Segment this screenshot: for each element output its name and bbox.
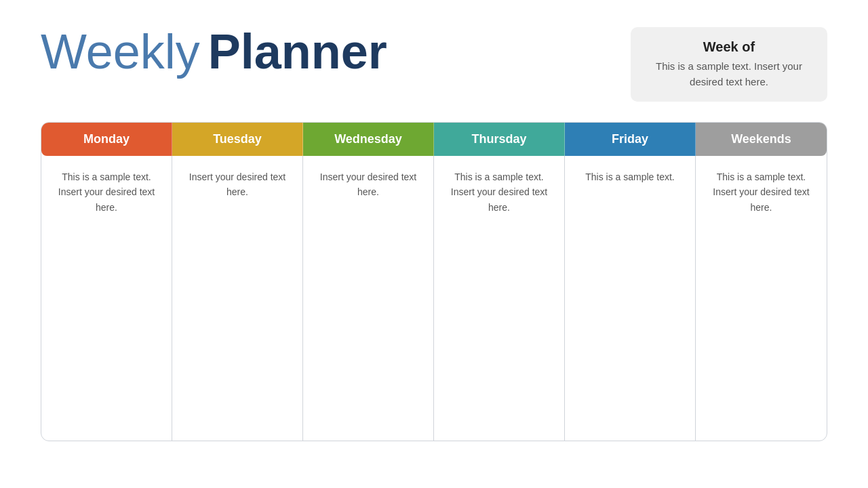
- title-weekly: Weekly: [41, 27, 200, 76]
- days-header: MondayTuesdayWednesdayThursdayFridayWeek…: [41, 123, 827, 156]
- day-header-wednesday: Wednesday: [303, 123, 434, 156]
- week-of-title: Week of: [651, 39, 807, 55]
- days-body: This is a sample text. Insert your desir…: [41, 156, 827, 441]
- day-header-monday: Monday: [41, 123, 172, 156]
- week-of-text: This is a sample text. Insert your desir…: [651, 59, 807, 89]
- day-cell-friday[interactable]: This is a sample text.: [565, 156, 696, 441]
- day-cell-monday[interactable]: This is a sample text. Insert your desir…: [41, 156, 172, 441]
- day-header-tuesday: Tuesday: [172, 123, 303, 156]
- day-header-thursday: Thursday: [434, 123, 565, 156]
- day-cell-wednesday[interactable]: Insert your desired text here.: [303, 156, 434, 441]
- day-cell-weekends[interactable]: This is a sample text. Insert your desir…: [696, 156, 827, 441]
- day-header-friday: Friday: [565, 123, 696, 156]
- header-row: Weekly Planner Week of This is a sample …: [41, 27, 827, 102]
- title-planner: Planner: [208, 27, 387, 76]
- day-header-weekends: Weekends: [696, 123, 827, 156]
- day-cell-tuesday[interactable]: Insert your desired text here.: [172, 156, 303, 441]
- day-cell-thursday[interactable]: This is a sample text. Insert your desir…: [434, 156, 565, 441]
- week-of-box: Week of This is a sample text. Insert yo…: [631, 27, 827, 102]
- planner-grid: MondayTuesdayWednesdayThursdayFridayWeek…: [41, 122, 827, 441]
- page: Weekly Planner Week of This is a sample …: [0, 0, 868, 488]
- title-block: Weekly Planner: [41, 27, 387, 76]
